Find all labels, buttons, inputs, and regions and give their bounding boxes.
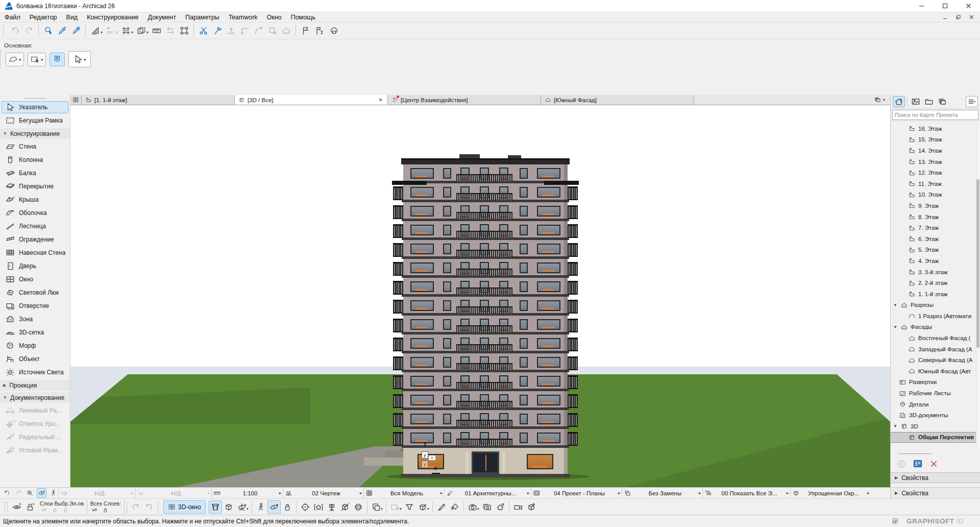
tree-item-13-этаж[interactable]: 13. Этаж xyxy=(891,156,980,167)
properties-quickbar-header[interactable]: ▶ Свойства xyxy=(890,488,980,498)
photo-render-dropdown[interactable]: ▾ xyxy=(477,507,479,511)
view-map-button[interactable] xyxy=(910,96,922,107)
measure-button[interactable]: 12 xyxy=(150,24,163,38)
toolbox-drag-handle[interactable] xyxy=(0,96,70,100)
tree-item-8-этаж[interactable]: 8. Этаж xyxy=(891,211,980,223)
tool-opening[interactable]: Отверстие xyxy=(2,300,68,312)
mdi-close-button[interactable] xyxy=(966,13,977,21)
home-view-button[interactable] xyxy=(312,500,325,514)
tool-wall[interactable]: Стена xyxy=(2,140,68,153)
roof-tool-button[interactable] xyxy=(279,24,293,38)
minimize-button[interactable] xyxy=(910,0,933,12)
tab-list-button[interactable]: ▾ xyxy=(869,95,890,105)
tree-item-общая-перспектив[interactable]: Общая Перспектив xyxy=(891,432,980,443)
chevron-down-icon[interactable]: ▼ xyxy=(893,325,898,329)
chevron-down-icon[interactable]: ▼ xyxy=(893,303,898,307)
quick-option-look-to[interactable]: Н/Д▸ xyxy=(58,488,135,498)
building-model[interactable] xyxy=(403,158,568,477)
filter-3d-button[interactable] xyxy=(403,500,416,514)
tool-railing[interactable]: Ограждение xyxy=(2,233,68,246)
guide-lines-button[interactable] xyxy=(88,24,102,38)
tree-item-развертки[interactable]: Развертки xyxy=(891,377,980,388)
menu-item-параметры[interactable]: Параметры xyxy=(181,12,224,22)
quick-option-view-angle[interactable]: Н/Д▸ xyxy=(135,488,211,498)
quick-option-overrides[interactable]: Без Замены▸ xyxy=(622,488,702,498)
tool-roof[interactable]: Крыша xyxy=(2,194,68,206)
tree-scrollbar[interactable] xyxy=(976,121,980,450)
tool-dimlevel[interactable]: 1.2Отметка Уро... xyxy=(2,418,68,430)
menu-item-конструирование[interactable]: Конструирование xyxy=(82,12,143,22)
tool-skylight[interactable]: Световой Люк xyxy=(2,286,68,299)
tool-object[interactable]: Объект xyxy=(2,353,68,365)
coords-dropdown[interactable]: ▾ xyxy=(116,30,118,35)
tree-item-1-разрез-автомати[interactable]: 1 Разрез (Автомати xyxy=(891,310,980,322)
split-button[interactable] xyxy=(197,24,210,38)
transform-button[interactable] xyxy=(177,24,191,38)
maximize-button[interactable] xyxy=(933,0,957,12)
quick-option-model-filter[interactable]: Вся Модель▸ xyxy=(363,488,444,498)
zoom-in-button[interactable] xyxy=(25,488,35,498)
stretch-button[interactable] xyxy=(163,24,177,38)
material-pour-button[interactable] xyxy=(448,500,461,514)
add-viewpoint-button[interactable] xyxy=(897,460,905,468)
project-map-search-input[interactable] xyxy=(892,110,978,120)
marker-flag-button[interactable] xyxy=(299,24,312,38)
tree-item-9-этаж[interactable]: 9. Этаж xyxy=(891,200,980,211)
snap-grid-dropdown[interactable]: ▾ xyxy=(131,30,133,35)
tool-slab[interactable]: Перекрытие xyxy=(2,180,68,193)
tool-dimlin[interactable]: 1.2Линейный Ра... xyxy=(2,404,68,417)
coords-button[interactable]: RXY: xyxy=(104,24,117,38)
menu-item-помощь[interactable]: Помощь xyxy=(286,12,320,22)
show-hide-rotate-button[interactable] xyxy=(10,500,23,514)
toolbox-section-проекция[interactable]: ▶Проекция xyxy=(0,380,70,391)
toolbar-grip[interactable] xyxy=(3,25,6,36)
tree-item-11-этаж[interactable]: 11. Этаж xyxy=(891,178,980,189)
render-doc-button[interactable] xyxy=(480,500,494,514)
chevron-down-icon[interactable]: ▼ xyxy=(893,424,898,428)
undo-view-button[interactable] xyxy=(142,500,156,514)
tree-item-фасады[interactable]: ▼Фасады xyxy=(891,322,980,333)
section-3d-button[interactable] xyxy=(352,500,365,514)
tree-item-разрезы[interactable]: ▼Разрезы xyxy=(891,300,980,311)
project-map-button[interactable] xyxy=(893,96,905,107)
lock-rotate-button[interactable] xyxy=(23,500,37,514)
tree-item-южный-фасад-авт[interactable]: Южный Фасад (Авт xyxy=(891,366,980,377)
layers-3d-dropdown[interactable]: ▾ xyxy=(381,507,383,511)
tree-item-3d-документы[interactable]: 3D-документы xyxy=(891,410,980,421)
walk-mode-button[interactable] xyxy=(254,500,267,514)
inject-params-button[interactable] xyxy=(69,24,83,38)
explore-button[interactable] xyxy=(48,488,58,498)
menu-item-файл[interactable]: Файл xyxy=(0,12,25,22)
quick-option-environment[interactable]: Упрощенная Окр...▸ xyxy=(790,488,871,498)
redo-button[interactable] xyxy=(22,24,36,38)
tool-light[interactable]: Источник Света xyxy=(2,366,68,378)
orbit-axis-dropdown[interactable]: ▾ xyxy=(247,507,249,511)
tool-mesh[interactable]: 3D-сетка xyxy=(2,326,68,339)
menu-item-teamwork[interactable]: Teamwork xyxy=(224,12,262,22)
publisher-button[interactable] xyxy=(936,96,948,107)
tree-item-7-этаж[interactable]: 7. Этаж xyxy=(891,222,980,233)
navigator-properties-header[interactable]: ▶ Свойства xyxy=(891,472,980,483)
tool-shell[interactable]: Оболочка xyxy=(2,207,68,219)
view-tab-2[interactable]: [Центр Взаимодействия] xyxy=(388,95,541,105)
toolbar-grip[interactable] xyxy=(5,502,8,512)
tree-item-15-этаж[interactable]: 15. Этаж xyxy=(891,134,980,146)
tree-item-14-этаж[interactable]: 14. Этаж xyxy=(891,145,980,156)
tool-beam[interactable]: Балка xyxy=(2,167,68,179)
tree-item-12-этаж[interactable]: 12. Этаж xyxy=(891,167,980,178)
tree-item-северный-фасад-а[interactable]: Северный Фасад (А xyxy=(891,354,980,366)
fly-through-button[interactable] xyxy=(511,500,525,514)
delete-viewpoint-button[interactable] xyxy=(930,460,938,468)
marquee-method-button[interactable]: ▸ xyxy=(6,53,24,66)
tree-item-западный-фасад-а[interactable]: Западный Фасад (А xyxy=(891,344,980,355)
menu-item-окно[interactable]: Окно xyxy=(262,12,286,22)
magnet-button[interactable] xyxy=(50,53,65,66)
view-lock-button[interactable] xyxy=(281,500,294,514)
tree-item-10-этаж[interactable]: 10. Этаж xyxy=(891,189,980,201)
tool-column[interactable]: Колонна xyxy=(2,154,68,166)
camera-path-button[interactable] xyxy=(325,500,338,514)
tree-item-детали[interactable]: Детали xyxy=(891,399,980,410)
tree-item-5-этаж[interactable]: 5. Этаж xyxy=(891,245,980,256)
view-tab-1[interactable]: [3D / Все]✕ xyxy=(235,95,388,105)
adjust-button[interactable] xyxy=(210,24,224,38)
